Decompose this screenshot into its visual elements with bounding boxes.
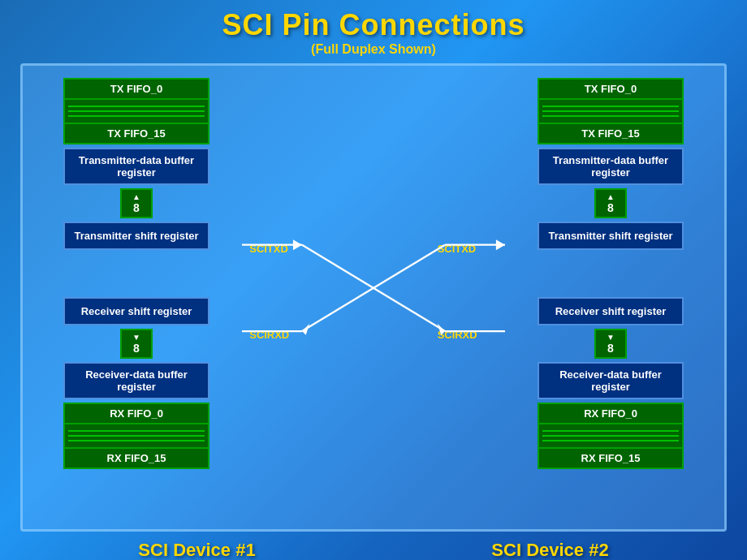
device1-transmitter-data-buffer: Transmitter-data buffer register bbox=[63, 148, 209, 185]
device2-tx-fifo-0: TX FIFO_0 bbox=[538, 78, 684, 100]
cross-connections-svg: SCITXD SCITXD SCIRXD SCIRXD bbox=[242, 78, 505, 517]
device1-tx-arrow-8: 8 bbox=[120, 188, 153, 218]
device2-tx-fifo-group: TX FIFO_0 TX FIFO_15 bbox=[538, 78, 684, 144]
device2-receiver-shift: Receiver shift register bbox=[538, 297, 684, 325]
device2-transmitter-shift: Transmitter shift register bbox=[538, 222, 684, 250]
device2-tx-fifo-lines bbox=[538, 100, 684, 123]
cross-line-rx-to-tx-arrow bbox=[302, 324, 309, 335]
line-d1-tx-arrow bbox=[293, 239, 302, 250]
device1-tx-fifo-0: TX FIFO_0 bbox=[63, 78, 209, 100]
device2-tx-arrow-8: 8 bbox=[594, 188, 627, 218]
device2-label: SCI Device #2 bbox=[491, 540, 608, 560]
main-title: SCI Pin Connections bbox=[222, 8, 525, 42]
device2-receiver-data-buffer: Receiver-data buffer register bbox=[538, 362, 684, 399]
device1-receiver-shift: Receiver shift register bbox=[63, 297, 209, 325]
device2-rx-arrow-8: 8 bbox=[594, 329, 627, 359]
device1-transmitter-shift: Transmitter shift register bbox=[63, 222, 209, 250]
line-d2-tx-arrow bbox=[496, 239, 505, 250]
device2-rx-fifo-group: RX FIFO_0 RX FIFO_15 bbox=[538, 403, 684, 469]
device1-tx-fifo-group: TX FIFO_0 TX FIFO_15 bbox=[63, 78, 209, 144]
device2-panel: TX FIFO_0 TX FIFO_15 Transmitter-data bu… bbox=[505, 78, 716, 517]
device2-tx-fifo-15: TX FIFO_15 bbox=[538, 123, 684, 144]
device1-rx-fifo-group: RX FIFO_0 RX FIFO_15 bbox=[63, 403, 209, 469]
device2-rx-fifo-0: RX FIFO_0 bbox=[538, 403, 684, 424]
device1-receiver-data-buffer: Receiver-data buffer register bbox=[63, 362, 209, 399]
device1-rx-arrow-8: 8 bbox=[120, 329, 153, 359]
device1-label: SCI Device #1 bbox=[138, 540, 255, 560]
bottom-labels: SCI Device #1 SCI Device #2 bbox=[20, 535, 727, 560]
diagram-container: TX FIFO_0 TX FIFO_15 Transmitter-data bu… bbox=[20, 63, 727, 532]
device1-rx-fifo-lines bbox=[63, 424, 209, 447]
device1-rx-fifo-0: RX FIFO_0 bbox=[63, 403, 209, 424]
subtitle: (Full Duplex Shown) bbox=[311, 42, 436, 57]
device2-transmitter-data-buffer: Transmitter-data buffer register bbox=[538, 148, 684, 185]
device1-tx-fifo-15: TX FIFO_15 bbox=[63, 123, 209, 144]
device2-rx-fifo-15: RX FIFO_15 bbox=[538, 447, 684, 469]
device1-rx-fifo-15: RX FIFO_15 bbox=[63, 447, 209, 469]
device2-rx-fifo-lines bbox=[538, 424, 684, 447]
device1-tx-fifo-lines bbox=[63, 100, 209, 123]
device1-panel: TX FIFO_0 TX FIFO_15 Transmitter-data bu… bbox=[31, 78, 242, 517]
